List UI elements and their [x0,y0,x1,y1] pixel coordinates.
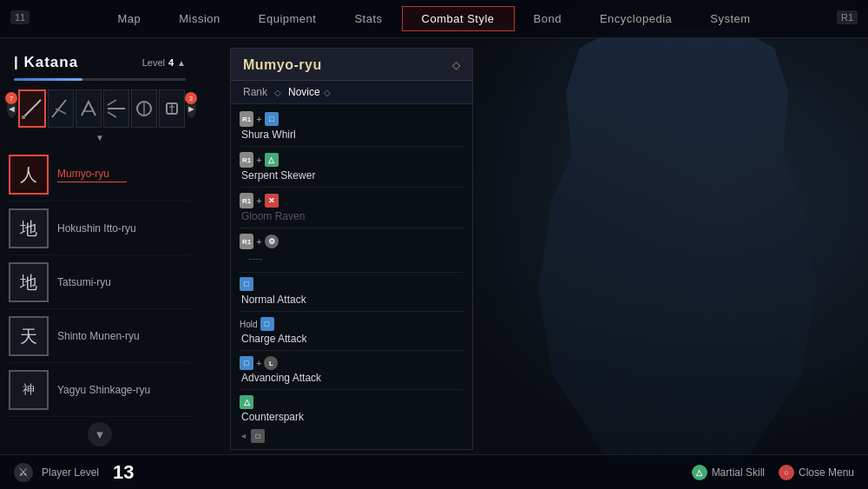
style-name-tatsumi: Tatsumi-ryu [57,276,111,288]
weapon-slot-3[interactable] [76,89,102,128]
bottom-actions: △ Martial Skill ○ Close Menu [692,465,854,480]
left-panel: | Katana Level 4 ▲ 7 ◄ [0,38,200,489]
normal-attack-section: □ [231,274,472,294]
skill-dashes-row: R1 + ⚙ ---- [231,230,472,270]
style-name-yagyu: Yagyu Shinkage-ryu [57,384,150,396]
svg-line-8 [108,112,116,117]
r1-icon-3: R1 [240,193,253,208]
style-item-mumyo[interactable]: 人 Mumyo-ryu [0,148,200,202]
scroll-down-button[interactable]: ▼ [88,422,112,446]
skill-gloom-raven: R1 + ✕ Gloom Raven [231,189,472,226]
skill-divider-6 [240,350,464,351]
top-navigation: 11 Map Mission Equipment Stats Combat St… [0,0,868,38]
nav-bond[interactable]: Bond [515,7,581,30]
level-indicator: Level 4 ▲ [142,57,186,68]
square-icon-4: □ [240,356,253,370]
style-item-tatsumi[interactable]: 地 Tatsumi-ryu [0,255,200,309]
style-kanji-shinto: 天 [9,316,49,356]
bottom-bar: ⚔ Player Level 13 △ Martial Skill ○ Clos… [0,454,868,489]
weapon-icons-row: 7 ◄ 2 ► [0,86,200,131]
detail-title: Mumyo-ryu [243,57,322,73]
skill-advancing-attack: □ + L Advancing Attack [231,353,472,387]
skill-divider-2 [240,187,464,188]
nav-equipment[interactable]: Equipment [240,7,336,30]
weapon-scroll-left[interactable]: 7 ◄ [7,99,16,118]
style-item-hokushin[interactable]: 地 Hokushin Itto-ryu [0,202,200,255]
skill-shura-whirl: R1 + □ Shura Whirl [231,108,472,144]
svg-line-3 [52,100,66,117]
circle-icon: ✕ [265,194,279,208]
weapon-slot-2[interactable] [48,89,74,128]
skill-dashes: ---- [240,251,464,267]
action-close-menu[interactable]: ○ Close Menu [779,465,854,480]
player-level-label: Player Level [42,466,99,479]
triangle-icon: △ [265,153,279,167]
action-martial-skill: △ Martial Skill [692,465,765,480]
style-item-yagyu[interactable]: 神 Yagyu Shinkage-ryu [0,363,200,417]
skill-counterspark: △ Counterspark [231,392,472,426]
skill-divider-3 [240,228,464,228]
nav-mission[interactable]: Mission [160,7,240,30]
plus-separator-5: + [256,358,261,368]
weapon-slot-5[interactable] [131,89,157,128]
style-active-divider [57,182,127,182]
scroll-indicator: ◄ □ [231,426,472,446]
svg-rect-2 [22,116,25,119]
hold-label: Hold [240,320,258,329]
plus-separator-3: + [256,195,261,206]
style-item-shinto[interactable]: 天 Shinto Munen-ryu [0,309,200,363]
weapon-slot-4[interactable] [103,89,129,128]
progress-bar-fill [14,78,82,81]
weapon-slot-6[interactable] [159,89,185,128]
svg-line-7 [108,100,116,105]
nav-stats[interactable]: Stats [335,7,401,30]
player-icon: ⚔ [14,463,33,482]
character-silhouette [538,26,816,460]
player-level-number: 13 [113,461,134,484]
skill-divider-7 [240,389,464,390]
nav-combat-style[interactable]: Combat Style [402,6,515,31]
square-icon: □ [265,112,279,126]
skill-divider-5 [240,311,464,312]
plus-separator-4: + [256,236,261,247]
nav-system[interactable]: System [691,7,769,30]
rank-label: Rank [243,86,267,98]
scroll-icon: □ [251,429,265,443]
scroll-down-arrow[interactable]: ▼ [0,417,200,452]
skill-divider-1 [240,146,464,147]
rank-value: Novice [288,86,320,98]
r1-icon: R1 [240,111,253,127]
weapon-slot-1[interactable] [18,89,46,128]
skill-serpent-skewer: R1 + △ Serpent Skewer [231,149,472,185]
skill-charge-attack: Hold □ Charge Attack [231,314,472,348]
svg-line-0 [23,100,41,117]
detail-diamond-icon: ◇ [452,59,460,71]
left-corner-badge: 11 [10,10,30,24]
skill-name-charge-attack: Charge Attack [240,333,464,345]
skills-list: R1 + □ Shura Whirl R1 + △ Serpent Skewer… [231,104,472,449]
nav-map[interactable]: Map [98,7,160,30]
style-name-hokushin: Hokushin Itto-ryu [57,222,136,235]
triangle-icon-2: △ [240,395,253,409]
r1-icon-2: R1 [240,152,253,168]
l-stick-icon: L [264,356,278,370]
detail-panel: Mumyo-ryu ◇ Rank ◇ Novice ◇ R1 + □ Shura… [230,48,473,450]
rank-diamond-left: ◇ [274,88,281,97]
weapon-scroll-right[interactable]: 2 ► [187,99,196,118]
style-name-shinto: Shinto Munen-ryu [57,330,140,342]
skill-normal-attack: Normal Attack [231,294,472,309]
style-kanji-mumyo: 人 [9,155,49,195]
style-name-mumyo: Mumyo-ryu [57,168,127,180]
detail-rank-row: Rank ◇ Novice ◇ [231,81,472,104]
style-list: 人 Mumyo-ryu 地 Hokushin Itto-ryu 地 Tatsum… [0,148,200,417]
plus-separator-2: + [256,155,261,165]
chevron-down-icon: ▼ [0,133,200,142]
weapon-header: | Katana Level 4 ▲ [0,47,200,78]
gear-icon: ⚙ [265,235,279,248]
skill-name-shura-whirl: Shura Whirl [240,129,464,141]
square-icon-3: □ [260,317,274,331]
triangle-action-icon: △ [692,465,707,480]
skill-name-gloom-raven: Gloom Raven [240,210,464,222]
skill-name-normal-attack: Normal Attack [240,294,464,306]
nav-encyclopedia[interactable]: Encyclopedia [581,7,691,30]
